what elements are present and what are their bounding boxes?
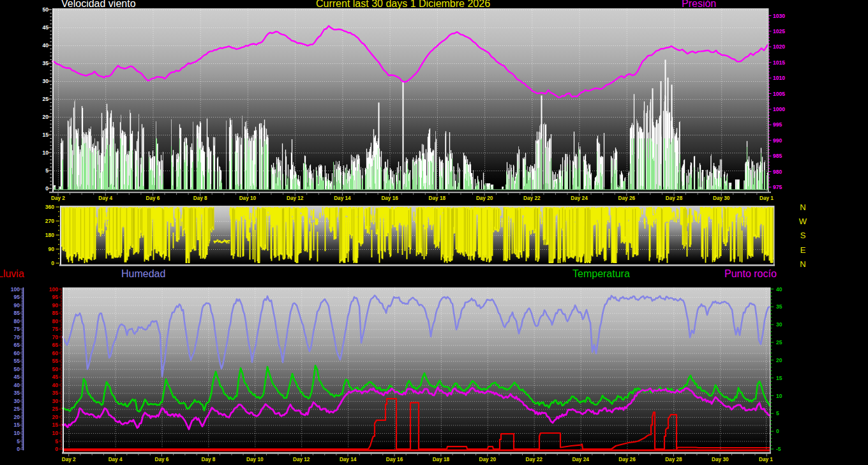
svg-text:30: 30 (776, 321, 782, 328)
svg-text:80: 80 (52, 318, 59, 324)
svg-text:65: 65 (52, 342, 59, 348)
svg-text:Punto rocío: Punto rocío (724, 268, 777, 279)
svg-text:Day 1: Day 1 (759, 457, 773, 462)
svg-text:Day 12: Day 12 (287, 195, 304, 201)
svg-text:Velocidad viento: Velocidad viento (61, 0, 136, 9)
svg-text:50: 50 (52, 366, 59, 372)
svg-text:1030: 1030 (773, 13, 785, 19)
svg-text:90: 90 (52, 302, 59, 309)
svg-text:Day 8: Day 8 (193, 195, 207, 201)
svg-text:20: 20 (14, 414, 20, 420)
svg-text:45: 45 (52, 374, 59, 380)
svg-text:25: 25 (14, 406, 20, 412)
svg-text:Current last 30 days 1 Diciemb: Current last 30 days 1 Diciembre 2026 (316, 0, 490, 9)
svg-text:80: 80 (14, 318, 20, 324)
svg-text:25: 25 (43, 96, 49, 102)
svg-text:40: 40 (43, 42, 49, 49)
svg-text:35: 35 (14, 390, 20, 396)
svg-text:75: 75 (52, 326, 59, 332)
svg-text:Day 28: Day 28 (665, 457, 682, 462)
svg-text:10: 10 (776, 393, 782, 399)
svg-text:Day 1: Day 1 (760, 195, 774, 201)
svg-text:90: 90 (49, 246, 55, 252)
svg-text:Day 16: Day 16 (386, 457, 403, 462)
svg-text:360: 360 (45, 204, 54, 210)
svg-text:Lluvia: Lluvia (0, 268, 24, 279)
svg-text:0: 0 (51, 260, 54, 266)
svg-text:20: 20 (43, 114, 49, 120)
svg-text:100: 100 (11, 286, 20, 293)
svg-text:270: 270 (45, 218, 54, 224)
svg-text:50: 50 (14, 366, 20, 372)
svg-text:975: 975 (773, 184, 782, 190)
svg-text:Day 10: Day 10 (246, 457, 264, 462)
svg-text:95: 95 (52, 294, 59, 300)
svg-text:25: 25 (52, 406, 59, 412)
svg-text:5: 5 (55, 438, 58, 445)
svg-text:5: 5 (17, 438, 20, 445)
svg-text:20: 20 (52, 414, 59, 420)
svg-text:-5: -5 (776, 446, 781, 452)
svg-text:75: 75 (14, 326, 20, 332)
svg-text:1005: 1005 (773, 91, 785, 97)
svg-text:0: 0 (776, 428, 779, 434)
svg-text:10: 10 (14, 430, 20, 436)
svg-text:15: 15 (43, 132, 49, 138)
svg-text:Day 30: Day 30 (712, 457, 729, 462)
svg-text:Day 18: Day 18 (429, 195, 446, 201)
svg-text:10: 10 (52, 430, 59, 436)
svg-text:Day 24: Day 24 (571, 195, 588, 201)
svg-text:1010: 1010 (773, 75, 785, 81)
svg-text:100: 100 (49, 286, 58, 293)
svg-text:Day 2: Day 2 (51, 195, 65, 201)
svg-text:70: 70 (14, 334, 20, 340)
svg-text:Day 12: Day 12 (293, 457, 310, 462)
svg-text:Humedad: Humedad (121, 268, 165, 279)
svg-text:15: 15 (14, 422, 20, 428)
svg-text:1025: 1025 (773, 28, 785, 34)
svg-text:980: 980 (773, 169, 782, 175)
svg-text:990: 990 (773, 137, 782, 144)
svg-text:30: 30 (43, 78, 49, 84)
svg-text:40: 40 (776, 286, 782, 293)
svg-text:Day 26: Day 26 (618, 457, 636, 462)
svg-text:1020: 1020 (773, 43, 785, 50)
svg-text:0: 0 (55, 446, 58, 452)
svg-text:25: 25 (776, 339, 782, 346)
svg-text:Day 10: Day 10 (239, 195, 257, 201)
svg-text:Day 16: Day 16 (381, 195, 398, 201)
svg-text:Day 28: Day 28 (666, 195, 683, 201)
svg-text:40: 40 (52, 382, 59, 388)
svg-text:90: 90 (14, 302, 20, 309)
svg-text:180: 180 (45, 232, 54, 238)
svg-text:0: 0 (45, 185, 49, 192)
svg-text:995: 995 (773, 121, 782, 128)
svg-text:70: 70 (52, 334, 59, 340)
svg-text:0: 0 (17, 446, 20, 452)
svg-text:S: S (800, 231, 806, 240)
svg-text:N: N (800, 259, 805, 269)
svg-text:5: 5 (776, 410, 779, 416)
svg-text:65: 65 (14, 342, 20, 348)
svg-text:N: N (800, 202, 805, 212)
svg-text:Day 6: Day 6 (146, 195, 160, 201)
svg-text:Day 14: Day 14 (334, 195, 351, 201)
svg-text:35: 35 (776, 303, 782, 310)
svg-text:5: 5 (45, 167, 49, 174)
svg-text:Day 22: Day 22 (523, 195, 541, 201)
svg-text:85: 85 (14, 310, 20, 316)
svg-text:45: 45 (43, 24, 49, 31)
svg-text:Day 8: Day 8 (201, 457, 215, 462)
svg-text:W: W (799, 217, 807, 226)
svg-text:1000: 1000 (773, 106, 785, 112)
svg-text:60: 60 (52, 350, 59, 356)
svg-text:20: 20 (776, 357, 782, 363)
svg-text:Day 6: Day 6 (155, 457, 169, 462)
svg-text:Day 18: Day 18 (433, 457, 450, 462)
svg-text:50: 50 (43, 6, 49, 13)
svg-text:Day 26: Day 26 (618, 195, 636, 201)
svg-text:Day 20: Day 20 (479, 457, 497, 462)
svg-text:30: 30 (14, 398, 20, 404)
svg-text:E: E (800, 245, 806, 255)
svg-text:Day 20: Day 20 (476, 195, 493, 201)
